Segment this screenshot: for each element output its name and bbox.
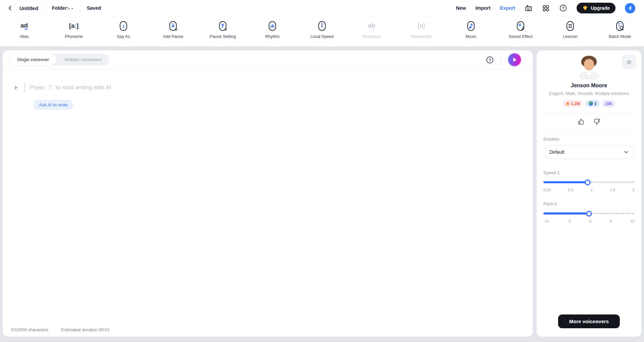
toolbar-item-music[interactable]: Music: [457, 20, 485, 46]
avatar-face: [584, 59, 594, 70]
favorite-voice-button[interactable]: ☆: [622, 55, 636, 69]
play-icon: [512, 57, 517, 62]
pause-setting-icon: [216, 20, 229, 32]
pitch-slider-fill: [543, 212, 589, 214]
svg-text:?: ?: [562, 6, 565, 10]
divider: [543, 131, 635, 131]
export-button[interactable]: Export: [500, 5, 515, 11]
toolbar-item-alias[interactable]: ad Alias: [10, 20, 38, 46]
svg-text:ab: ab: [368, 22, 375, 29]
top-bar-left: Untitled Folder:- - Saved: [7, 4, 101, 12]
pitch-ticks: -10 -5 0 5 10: [543, 219, 635, 223]
toolbar-item-rhythm[interactable]: Rhythm: [258, 20, 286, 46]
thumbs-up-icon: [578, 118, 584, 125]
svg-text:ad: ad: [20, 22, 28, 29]
speed-ticks: 0.05 0.5 1 1.5 2: [543, 188, 635, 192]
chevron-down-icon: [624, 150, 629, 154]
sound-effect-icon: [514, 20, 527, 32]
document-title[interactable]: Untitled: [19, 5, 38, 11]
fire-icon: [566, 101, 570, 106]
upgrade-button[interactable]: Upgrade: [577, 3, 615, 13]
usage-badge: 24k: [602, 100, 615, 107]
toolbar-item-batch-mode[interactable]: T Batch Mode: [606, 20, 634, 46]
text-caret: [24, 83, 25, 92]
divider: [45, 4, 45, 12]
voice-name: Jenson Moore: [571, 83, 607, 89]
globe-icon: [589, 101, 593, 106]
voice-traits: English, Male, Smooth, Multiple emotions: [549, 91, 629, 96]
voiceover-mode-tabs: Single voiceover Multiple voiceovers: [9, 54, 109, 65]
emotion-select[interactable]: Default: [543, 145, 635, 159]
upgrade-label: Upgrade: [591, 5, 610, 11]
ask-ai-to-write-button[interactable]: Ask AI to write: [34, 100, 73, 110]
toolbar-item-say-as[interactable]: 1 Say As: [109, 20, 138, 46]
speed-slider-block: 0.05 0.5 1 1.5 2: [543, 175, 635, 192]
batch-mode-icon: T: [613, 20, 627, 32]
toolbar-item-heteronym: Heteronym: [407, 20, 435, 46]
speed-slider-handle[interactable]: [585, 180, 590, 185]
star-icon: ☆: [626, 58, 632, 66]
back-button[interactable]: [7, 5, 13, 11]
speed-slider[interactable]: [543, 180, 635, 185]
play-button[interactable]: [508, 53, 521, 66]
character-counter: 0/10000 characters: [11, 327, 48, 332]
emphasis-icon: ab: [365, 20, 378, 32]
editor-first-line[interactable]: Press‘/’to start writing with AI: [15, 83, 533, 92]
pitch-slider-handle[interactable]: [586, 211, 592, 216]
voice-rating: [578, 118, 600, 125]
local-speed-icon: [315, 20, 329, 32]
thumbs-up-button[interactable]: [578, 118, 584, 125]
editor-status-bar: 0/10000 characters Estimated duration 00…: [11, 327, 110, 332]
add-pause-icon: [166, 20, 180, 32]
chevron-left-icon: [7, 5, 13, 11]
ssml-toolbar: ad Alias [a:] Phoneme 1 Say As: [0, 16, 644, 46]
editor-header: Single voiceover Multiple voiceovers: [3, 50, 533, 69]
gem-icon: [582, 6, 588, 11]
keyboard-icon: [525, 4, 533, 12]
grid-apps-icon: [542, 4, 550, 12]
editor-panel: Single voiceover Multiple voiceovers: [3, 50, 533, 337]
svg-text:1: 1: [122, 24, 124, 29]
slash-key-hint: ‘/’: [48, 84, 52, 91]
toolbar-item-emphasis: ab Emphasis: [358, 20, 386, 46]
emotion-value: Default: [549, 149, 564, 155]
import-button[interactable]: Import: [475, 5, 490, 11]
voiceover-studio-app: Untitled Folder:- - Saved New Import Exp…: [0, 0, 644, 342]
lexicon-icon: [564, 20, 577, 32]
toolbar-item-lexicon[interactable]: Lexicon: [556, 20, 584, 46]
apps-menu-button[interactable]: [542, 4, 550, 12]
save-status: Saved: [87, 5, 101, 11]
voice-stat-badges: 1.2M 1 24k: [563, 100, 615, 107]
new-button[interactable]: New: [456, 5, 466, 11]
toolbar-item-sound-effect[interactable]: Sound Effect: [506, 20, 535, 46]
pitch-slider[interactable]: [543, 211, 635, 216]
toolbar-item-phoneme[interactable]: [a:] Phoneme: [60, 20, 88, 46]
tab-multiple-voiceovers[interactable]: Multiple voiceovers: [57, 54, 109, 65]
toolbar-item-pause-setting[interactable]: Pause Setting: [209, 20, 237, 46]
help-icon: ?: [559, 4, 567, 12]
thumbs-down-button[interactable]: [594, 118, 600, 125]
divider: [543, 113, 635, 113]
editor-placeholder: Press‘/’to start writing with AI: [30, 84, 111, 91]
more-voiceovers-button[interactable]: More voiceovers: [558, 314, 620, 328]
folder-label[interactable]: Folder:- -: [52, 5, 73, 11]
svg-text:[a:]: [a:]: [69, 22, 78, 29]
music-icon: [464, 20, 478, 32]
speed-slider-fill: [543, 181, 588, 183]
say-as-icon: 1: [117, 20, 130, 32]
emotion-label: Emotion: [543, 137, 559, 142]
toolbar-item-add-pause[interactable]: Add Pause: [159, 20, 187, 46]
toolbar-item-local-speed[interactable]: Local Speed: [308, 20, 336, 46]
user-avatar[interactable]: d: [625, 3, 635, 13]
heteronym-icon: [415, 20, 428, 32]
help-button[interactable]: ?: [559, 4, 567, 12]
history-button[interactable]: [486, 56, 494, 64]
speed-label: Speed 1: [543, 170, 559, 175]
thumbs-down-icon: [594, 118, 600, 125]
block-handle-icon[interactable]: [15, 86, 18, 90]
tab-single-voiceover[interactable]: Single voiceover: [9, 54, 57, 65]
top-bar-right: New Import Export: [456, 3, 635, 13]
divider: [80, 4, 80, 12]
alias-icon: ad: [17, 20, 31, 32]
keyboard-shortcuts-button[interactable]: [525, 4, 533, 12]
